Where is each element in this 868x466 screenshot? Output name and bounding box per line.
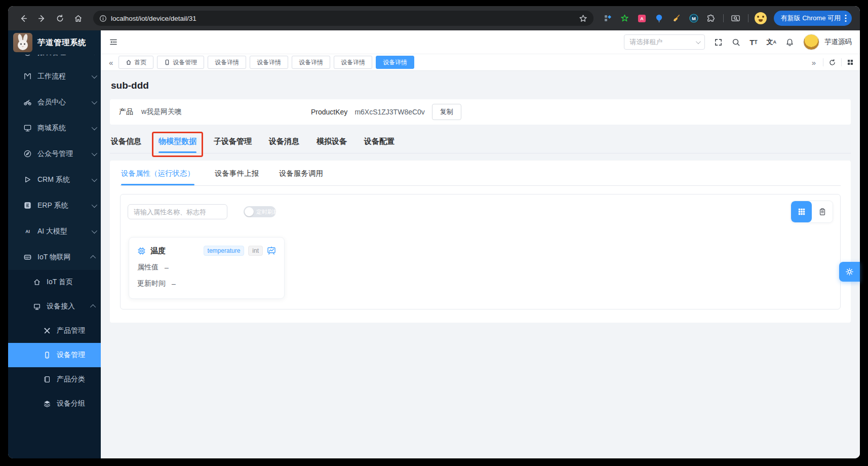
play-icon	[23, 175, 32, 184]
chevron-down-icon	[92, 227, 97, 233]
sidebar-item-member[interactable]: 会员中心	[8, 89, 101, 115]
list-view-button[interactable]	[812, 201, 833, 222]
property-time-row: 更新时间 –	[137, 279, 276, 288]
page-tab-device-detail[interactable]: 设备详情	[334, 56, 372, 69]
page-tab-device-detail-active[interactable]: 设备详情	[376, 56, 414, 69]
user-avatar[interactable]	[803, 34, 819, 50]
toolbar-divider	[748, 14, 748, 22]
url-text[interactable]: localhost/iot/device/detail/31	[111, 15, 579, 22]
update-time-value: –	[172, 280, 176, 288]
chrome-update-chip[interactable]: 有新版 Chrome 可用	[774, 11, 852, 26]
svg-text:M: M	[692, 16, 696, 21]
site-info-icon[interactable]	[99, 15, 107, 22]
notebook-icon	[43, 375, 51, 383]
fullscreen-icon[interactable]	[714, 38, 723, 47]
sidebar-item-crm[interactable]: CRM 系统	[8, 167, 101, 192]
forward-icon[interactable]	[34, 11, 49, 25]
property-value: –	[165, 263, 169, 271]
property-search-input[interactable]	[128, 204, 227, 219]
sidebar-item-iot[interactable]: IoT 物联网	[8, 244, 101, 270]
thing-model-card: 设备属性（运行状态） 设备事件上报 设备服务调用 定时刷新	[110, 161, 851, 323]
extension-balloon-icon[interactable]	[653, 12, 665, 24]
extension-translate-icon[interactable]: A	[636, 12, 648, 24]
page-tab-label: 设备详情	[341, 58, 365, 67]
extension-m-badge-icon[interactable]: M	[688, 12, 700, 24]
sidebar-item-label: 设备分组	[57, 399, 85, 408]
clipboard-icon	[818, 208, 826, 216]
gear-icon	[845, 267, 854, 276]
smartphone-icon	[43, 351, 51, 359]
sidebar-item-device-access[interactable]: 设备接入	[8, 294, 101, 319]
screen-search-icon[interactable]	[730, 12, 742, 24]
extension-metabase-icon[interactable]	[602, 12, 614, 24]
sidebar-item-official-account[interactable]: 公众号管理	[8, 141, 101, 167]
tab-device-property[interactable]: 设备属性（运行状态）	[121, 169, 194, 178]
username: 芋道源码	[824, 37, 852, 47]
font-size-icon[interactable]: TT	[749, 38, 757, 47]
property-card-temperature[interactable]: 温度 temperature int 属性值 –	[129, 237, 285, 299]
grid-icon	[798, 208, 806, 216]
sidebar-submenu-iot: IoT 首页 设备接入 产品管理	[8, 270, 101, 458]
page-tab-device-management[interactable]: 设备管理	[157, 56, 204, 69]
sidebar-item-device-group[interactable]: 设备分组	[8, 392, 101, 416]
extensions-puzzle-icon[interactable]	[705, 12, 717, 24]
bookmark-star-icon[interactable]	[579, 14, 587, 23]
collapse-menu-icon[interactable]	[109, 37, 118, 47]
sidebar-menu: 报表管理 工作流程 会员中心	[8, 55, 101, 458]
sidebar-item-iot-home[interactable]: IoT 首页	[8, 270, 101, 294]
desktop-icon	[32, 302, 41, 310]
sidebar-item-product-category[interactable]: 产品分类	[8, 367, 101, 392]
tab-device-config[interactable]: 设备配置	[364, 137, 394, 146]
sidebar-item-label: 设备接入	[47, 302, 75, 311]
grid-view-button[interactable]	[791, 201, 812, 222]
tab-device-info[interactable]: 设备信息	[111, 137, 141, 146]
home-icon[interactable]	[71, 11, 85, 25]
sidebar-item-label: ERP 系统	[37, 201, 68, 210]
refresh-icon[interactable]	[828, 59, 836, 66]
extension-broom-icon[interactable]	[670, 12, 683, 24]
active-tab-underline	[159, 151, 196, 153]
extension-green-star-icon[interactable]	[619, 12, 631, 24]
search-icon[interactable]	[732, 38, 740, 47]
page-tab-device-detail[interactable]: 设备详情	[292, 56, 330, 69]
chart-history-icon[interactable]	[267, 246, 276, 255]
reload-icon[interactable]	[53, 11, 67, 25]
translate-icon[interactable]: 文A	[767, 37, 777, 47]
sidebar-item-product-management[interactable]: 产品管理	[8, 319, 101, 343]
theme-settings-button[interactable]	[839, 262, 860, 282]
sidebar-item-workflow[interactable]: 工作流程	[8, 63, 101, 89]
tab-device-message[interactable]: 设备消息	[269, 137, 299, 146]
tab-thing-model-data[interactable]: 物模型数据	[159, 137, 196, 146]
kebab-menu-icon[interactable]	[845, 14, 847, 22]
profile-avatar-icon[interactable]	[755, 12, 767, 24]
tenant-select[interactable]: 请选择租户	[624, 34, 705, 50]
home-icon	[32, 278, 41, 286]
cpu-icon	[137, 247, 146, 255]
page-tab-device-detail[interactable]: 设备详情	[250, 56, 288, 69]
sidebar-item-ai[interactable]: AI AI 大模型	[8, 218, 101, 244]
tab-simulate-device[interactable]: 模拟设备	[317, 137, 347, 146]
app-logo-row[interactable]: 芋道管理系统	[8, 30, 101, 55]
chevron-down-icon	[92, 202, 97, 207]
tab-sub-device[interactable]: 子设备管理	[214, 137, 252, 146]
auto-refresh-switch[interactable]: 定时刷新	[244, 206, 276, 217]
back-icon[interactable]	[16, 11, 30, 25]
chrome-update-label: 有新版 Chrome 可用	[781, 14, 841, 23]
tab-device-event[interactable]: 设备事件上报	[215, 169, 259, 178]
sidebar-item-device-management[interactable]: 设备管理	[8, 343, 101, 367]
sidebar-item-erp[interactable]: ERP 系统	[8, 192, 101, 218]
product-key-label: ProductKey	[311, 108, 347, 116]
page-tab-home[interactable]: 首页	[119, 56, 153, 69]
layout-grid-icon[interactable]	[847, 59, 854, 66]
copy-button[interactable]: 复制	[432, 104, 461, 120]
tab-device-service[interactable]: 设备服务调用	[279, 169, 323, 178]
page-tab-device-detail[interactable]: 设备详情	[208, 56, 246, 69]
sidebar-item-mall[interactable]: 商城系统	[8, 115, 101, 141]
tabs-scroll-left[interactable]: «	[107, 58, 115, 67]
bell-icon[interactable]	[785, 38, 794, 47]
tabs-scroll-right[interactable]: »	[810, 58, 818, 67]
tenant-placeholder: 请选择租户	[629, 37, 693, 47]
address-bar[interactable]: localhost/iot/device/detail/31	[93, 11, 594, 26]
sidebar-item-report[interactable]: 报表管理	[8, 55, 101, 63]
chevron-down-icon	[92, 124, 97, 130]
